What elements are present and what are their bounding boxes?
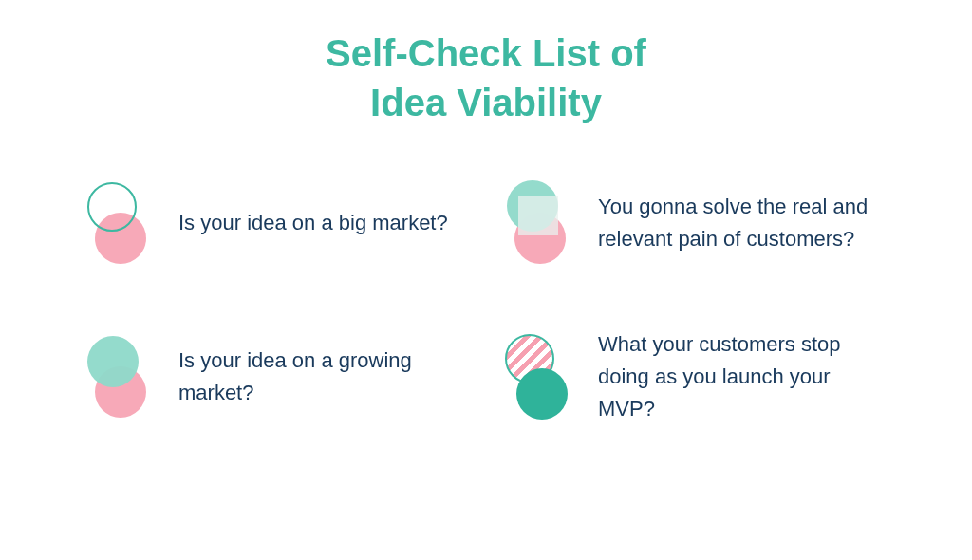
title-line-1: Self-Check List of <box>326 32 646 74</box>
checklist-item-text: Is your idea on a growing market? <box>178 345 467 409</box>
overlap-circles-filled-icon <box>85 334 152 420</box>
checklist-item-text: You gonna solve the real and relevant pa… <box>598 191 887 255</box>
page-title: Self-Check List of Idea Viability <box>85 28 887 127</box>
circles-square-overlay-icon <box>505 180 571 266</box>
checklist-item-customers-stop: What your customers stop doing as you la… <box>505 328 887 425</box>
title-line-2: Idea Viability <box>370 82 602 123</box>
checklist-item-real-pain: You gonna solve the real and relevant pa… <box>505 175 887 271</box>
checklist-grid: Is your idea on a big market? You gonna … <box>85 175 887 426</box>
overlap-circles-outline-icon <box>85 180 152 266</box>
checklist-item-big-market: Is your idea on a big market? <box>85 175 467 271</box>
checklist-item-text: What your customers stop doing as you la… <box>598 328 887 425</box>
checklist-item-text: Is your idea on a big market? <box>178 207 448 239</box>
striped-circle-ring-icon <box>505 334 571 420</box>
checklist-item-growing-market: Is your idea on a growing market? <box>85 328 467 425</box>
